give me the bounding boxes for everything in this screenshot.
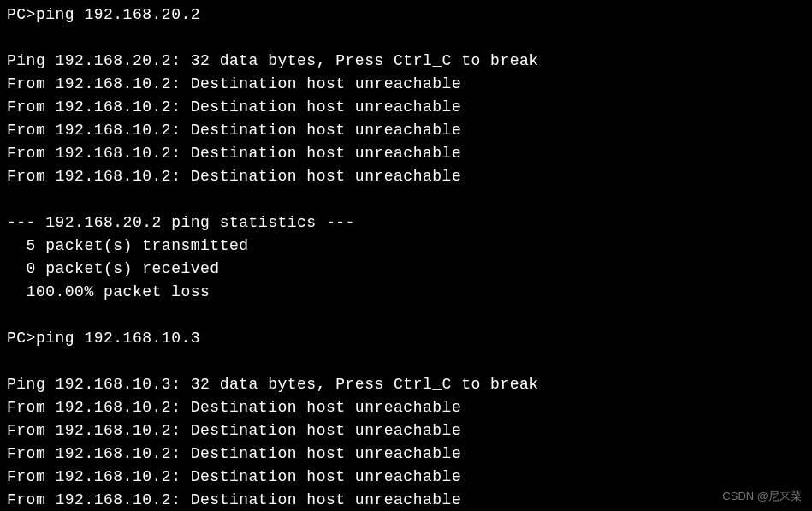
ping-header: Ping 192.168.20.2: 32 data bytes, Press … bbox=[7, 50, 805, 73]
ping-reply: From 192.168.10.2: Destination host unre… bbox=[7, 419, 805, 443]
ping-reply: From 192.168.10.2: Destination host unre… bbox=[7, 96, 805, 119]
blank-line bbox=[7, 27, 805, 50]
watermark: CSDN @尼来菜 bbox=[722, 488, 802, 505]
ping-reply: From 192.168.10.2: Destination host unre… bbox=[7, 443, 805, 466]
ping-reply: From 192.168.10.2: Destination host unre… bbox=[7, 466, 805, 489]
ping-reply: From 192.168.10.2: Destination host unre… bbox=[7, 119, 805, 142]
prompt: PC> bbox=[7, 330, 36, 347]
ping-reply: From 192.168.10.2: Destination host unre… bbox=[7, 489, 805, 511]
ping-reply: From 192.168.10.2: Destination host unre… bbox=[7, 73, 805, 96]
ping-header: Ping 192.168.10.3: 32 data bytes, Press … bbox=[7, 373, 805, 396]
stats-header: --- 192.168.20.2 ping statistics --- bbox=[7, 211, 805, 235]
terminal-output: PC>ping 192.168.20.2 Ping 192.168.20.2: … bbox=[7, 3, 805, 511]
ping-reply: From 192.168.10.2: Destination host unre… bbox=[7, 396, 805, 419]
ping-reply: From 192.168.10.2: Destination host unre… bbox=[7, 142, 805, 165]
command-line: PC>ping 192.168.10.3 bbox=[7, 327, 805, 350]
blank-line bbox=[7, 188, 805, 211]
stats-rx: 0 packet(s) received bbox=[7, 258, 805, 281]
command-line: PC>ping 192.168.20.2 bbox=[7, 3, 805, 27]
blank-line bbox=[7, 304, 805, 327]
command-text: ping 192.168.10.3 bbox=[36, 330, 200, 347]
blank-line bbox=[7, 350, 805, 373]
stats-loss: 100.00% packet loss bbox=[7, 281, 805, 304]
ping-reply: From 192.168.10.2: Destination host unre… bbox=[7, 165, 805, 188]
prompt: PC> bbox=[7, 6, 36, 23]
command-text: ping 192.168.20.2 bbox=[36, 6, 200, 23]
stats-tx: 5 packet(s) transmitted bbox=[7, 235, 805, 258]
